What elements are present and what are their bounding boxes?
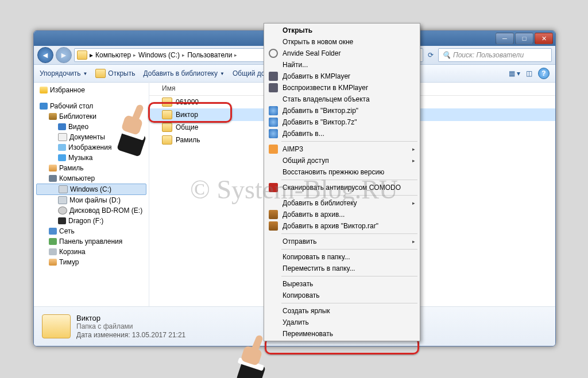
- cm-add-library[interactable]: Добавить в библиотеку▸: [265, 197, 419, 209]
- help-button[interactable]: ?: [538, 68, 550, 79]
- separator: [281, 180, 417, 180]
- video-icon: [58, 123, 66, 130]
- sidebar-computer[interactable]: Компьютер: [34, 173, 149, 184]
- computer-icon: [49, 175, 57, 182]
- cm-find[interactable]: Найти...: [265, 59, 419, 71]
- control-panel-icon: [49, 238, 57, 245]
- minimize-button[interactable]: ─: [496, 33, 514, 44]
- sidebar-music[interactable]: Музыка: [34, 153, 149, 163]
- chevron-right-icon: ▸: [234, 52, 237, 58]
- sidebar-drive-c[interactable]: Windows (C:): [36, 184, 146, 195]
- cm-scan-comodo[interactable]: Сканировать антивирусом COMODO: [265, 182, 419, 193]
- cm-play-kmplayer[interactable]: Воспроизвести в KMPlayer: [265, 82, 419, 93]
- sidebar-video[interactable]: Видео: [34, 122, 149, 132]
- chevron-right-icon: ▸: [412, 239, 415, 244]
- winrar-icon: [269, 221, 278, 231]
- separator: [281, 233, 417, 234]
- sidebar-images[interactable]: Изображения: [34, 142, 149, 153]
- network-icon: [49, 228, 57, 235]
- cm-add-rar[interactable]: Добавить в архив "Виктор.rar": [265, 220, 419, 232]
- search-input[interactable]: 🔍 Поиск: Пользователи: [438, 48, 552, 62]
- desktop-icon: [40, 103, 48, 110]
- folder-icon: [162, 110, 172, 119]
- cm-copy-to-folder[interactable]: Копировать в папку...: [265, 251, 419, 263]
- close-button[interactable]: ✕: [535, 33, 553, 44]
- cm-delete[interactable]: Удалить: [265, 317, 419, 328]
- cm-restore[interactable]: Восстановить прежнюю версию: [265, 166, 419, 178]
- cm-open[interactable]: Открыть: [265, 25, 419, 36]
- cm-move-to-folder[interactable]: Переместить в папку...: [265, 263, 419, 274]
- details-modified: Дата изменения: 13.05.2017 21:21: [76, 331, 185, 340]
- sidebar-cpanel[interactable]: Панель управления: [34, 236, 149, 247]
- archive-icon: [269, 118, 278, 127]
- cm-aimp3[interactable]: AIMP3▸: [265, 143, 419, 155]
- sidebar-documents[interactable]: Документы: [34, 132, 149, 142]
- cm-anvide[interactable]: Anvide Seal Folder: [265, 48, 419, 59]
- sidebar-network[interactable]: Сеть: [34, 226, 149, 236]
- cm-shortcut[interactable]: Создать ярлык: [265, 305, 419, 317]
- cm-add-kmplayer[interactable]: Добавить в KMPlayer: [265, 71, 419, 82]
- cm-cut[interactable]: Вырезать: [265, 278, 419, 290]
- kmplayer-icon: [269, 83, 278, 92]
- context-menu: Открыть Открыть в новом окне Anvide Seal…: [264, 23, 420, 341]
- chevron-right-icon: ▸: [182, 52, 185, 58]
- details-subtitle: Папка с файлами: [76, 322, 185, 331]
- sidebar: Избранное Рабочий стол Библиотеки Видео …: [34, 81, 149, 307]
- cm-send[interactable]: Отправить▸: [265, 236, 419, 247]
- sidebar-favorites[interactable]: Избранное: [34, 85, 149, 95]
- user-icon: [49, 165, 57, 172]
- chevron-right-icon: ▸: [412, 158, 415, 163]
- folder-open-icon: [95, 69, 106, 78]
- organize-button[interactable]: Упорядочить ▼: [40, 69, 87, 77]
- view-mode-button[interactable]: ▦ ▾: [509, 69, 520, 77]
- cm-add-to[interactable]: Добавить в...: [265, 128, 419, 139]
- user-icon: [49, 259, 57, 266]
- sidebar-user-ramil[interactable]: Рамиль: [34, 163, 149, 173]
- folder-icon: [162, 123, 172, 132]
- seal-icon: [269, 49, 278, 58]
- trash-icon: [49, 248, 57, 255]
- sidebar-drive-d[interactable]: Мои файлы (D:): [34, 195, 149, 205]
- folder-icon: [162, 135, 172, 145]
- preview-pane-button[interactable]: ◫: [526, 69, 532, 77]
- cm-open-new[interactable]: Открыть в новом окне: [265, 36, 419, 48]
- star-icon: [40, 87, 48, 93]
- winrar-icon: [269, 210, 278, 219]
- comodo-icon: [269, 183, 278, 192]
- cm-add-7z[interactable]: Добавить в "Виктор.7z": [265, 116, 419, 128]
- music-icon: [58, 154, 66, 161]
- maximize-button[interactable]: □: [515, 33, 533, 44]
- breadcrumb-seg[interactable]: Пользователи: [187, 51, 232, 59]
- cm-add-archive[interactable]: Добавить в архив...: [265, 209, 419, 220]
- folder-icon: [162, 98, 172, 107]
- sidebar-trash[interactable]: Корзина: [34, 247, 149, 257]
- cm-add-zip[interactable]: Добавить в "Виктор.zip": [265, 105, 419, 116]
- open-button[interactable]: Открыть: [95, 69, 135, 78]
- sidebar-user-timur[interactable]: Тимур: [34, 257, 149, 267]
- sidebar-drive-f[interactable]: Dragon (F:): [34, 216, 149, 226]
- search-icon: 🔍: [442, 51, 451, 59]
- details-title: Виктор: [76, 314, 185, 322]
- breadcrumb-seg[interactable]: Компьютер: [95, 51, 131, 59]
- separator: [281, 249, 417, 250]
- sidebar-desktop[interactable]: Рабочий стол: [34, 101, 149, 111]
- library-icon: [49, 113, 57, 120]
- forward-button[interactable]: ►: [56, 47, 72, 63]
- cm-copy[interactable]: Копировать: [265, 290, 419, 301]
- include-lib-button[interactable]: Добавить в библиотеку ▼: [143, 69, 224, 77]
- sidebar-libraries[interactable]: Библиотеки: [34, 111, 149, 122]
- dvd-icon: [58, 206, 67, 215]
- col-name[interactable]: Имя: [162, 84, 175, 92]
- sidebar-dvd[interactable]: Дисковод BD-ROM (E:): [34, 205, 149, 216]
- drive-icon: [58, 217, 66, 224]
- separator: [281, 195, 417, 196]
- cm-owner[interactable]: Стать владельцем объекта: [265, 93, 419, 105]
- cm-rename[interactable]: Переименовать: [265, 328, 419, 340]
- cm-share[interactable]: Общий доступ▸: [265, 155, 419, 166]
- back-button[interactable]: ◄: [37, 47, 53, 63]
- search-placeholder: Поиск: Пользователи: [453, 51, 524, 59]
- breadcrumb-seg[interactable]: Windows (C:): [138, 51, 180, 59]
- document-icon: [58, 133, 67, 141]
- chevron-right-icon: ▸: [412, 200, 415, 206]
- refresh-button[interactable]: ⟳: [425, 51, 436, 59]
